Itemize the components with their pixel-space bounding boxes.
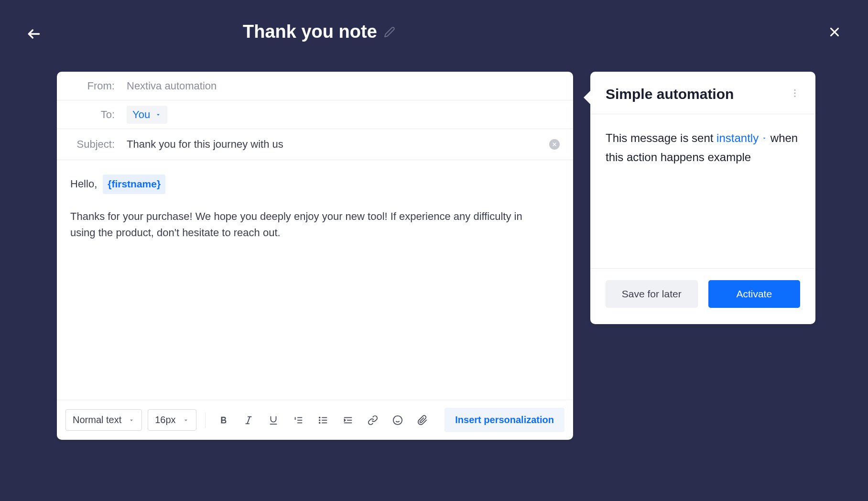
italic-icon <box>243 415 254 425</box>
composer-card: From: Nextiva automation To: You Subject… <box>57 72 573 440</box>
svg-line-7 <box>247 416 250 424</box>
editor-toolbar: Normal text 16px <box>57 400 573 440</box>
font-size-select[interactable]: 16px <box>148 409 196 431</box>
body-text: Thanks for your purchase! We hope you de… <box>70 208 543 241</box>
indent-icon <box>343 415 353 425</box>
message-body[interactable]: Hello, {firstname} Thanks for your purch… <box>57 160 573 400</box>
from-row: From: Nextiva automation <box>57 72 573 100</box>
indent-button[interactable] <box>338 411 358 430</box>
activate-button[interactable]: Activate <box>708 280 801 308</box>
bold-icon <box>218 415 229 425</box>
emoji-button[interactable] <box>388 411 407 430</box>
text-style-select[interactable]: Normal text <box>65 409 142 431</box>
attachment-icon <box>417 415 428 425</box>
ordered-list-button[interactable] <box>289 411 308 430</box>
save-for-later-button[interactable]: Save for later <box>606 280 698 308</box>
chevron-down-icon <box>761 135 767 141</box>
svg-point-17 <box>319 422 320 423</box>
italic-button[interactable] <box>239 411 258 430</box>
from-label: From: <box>69 80 115 92</box>
underline-icon <box>268 415 279 425</box>
pencil-icon <box>384 26 395 38</box>
more-vertical-icon <box>790 88 800 98</box>
svg-point-24 <box>794 89 795 91</box>
timing-dropdown[interactable]: instantly <box>716 129 767 148</box>
chevron-down-icon <box>155 111 162 118</box>
unordered-list-button[interactable] <box>314 411 333 430</box>
svg-point-26 <box>794 96 795 97</box>
greeting-text: Hello, <box>70 176 97 192</box>
clear-subject-button[interactable] <box>549 139 560 150</box>
automation-menu-button[interactable] <box>790 88 800 100</box>
merge-tag-firstname[interactable]: {firstname} <box>103 174 165 194</box>
to-label: To: <box>69 109 115 121</box>
emoji-icon <box>392 415 403 425</box>
from-value: Nextiva automation <box>127 80 217 92</box>
svg-point-25 <box>794 92 795 94</box>
automation-title: Simple automation <box>606 86 734 102</box>
underline-button[interactable] <box>264 411 283 430</box>
page-title: Thank you note <box>243 22 377 42</box>
close-icon <box>827 25 842 39</box>
subject-input[interactable]: Thank you for this journey with us <box>127 138 283 151</box>
attachment-button[interactable] <box>413 411 432 430</box>
chevron-down-icon <box>183 417 189 424</box>
header: Thank you note <box>0 0 868 45</box>
close-button[interactable] <box>827 25 842 39</box>
automation-description: This message is sent instantly when this… <box>590 114 815 268</box>
bold-button[interactable] <box>214 411 233 430</box>
back-button[interactable] <box>26 26 42 42</box>
unordered-list-icon <box>318 415 328 425</box>
svg-point-15 <box>319 417 320 418</box>
link-icon <box>368 415 378 425</box>
to-row: To: You <box>57 100 573 129</box>
arrow-left-icon <box>26 26 42 42</box>
automation-panel: Simple automation This message is sent i… <box>590 72 815 324</box>
x-icon <box>552 142 557 147</box>
to-dropdown[interactable]: You <box>127 106 167 124</box>
to-value: You <box>132 109 150 121</box>
link-button[interactable] <box>363 411 382 430</box>
chevron-down-icon <box>128 417 135 424</box>
svg-point-21 <box>393 415 401 424</box>
subject-row: Subject: Thank you for this journey with… <box>57 129 573 160</box>
subject-label: Subject: <box>69 138 115 151</box>
svg-point-16 <box>319 420 320 421</box>
ordered-list-icon <box>293 415 304 425</box>
edit-title-button[interactable] <box>384 26 395 38</box>
insert-personalization-button[interactable]: Insert personalization <box>445 408 564 432</box>
